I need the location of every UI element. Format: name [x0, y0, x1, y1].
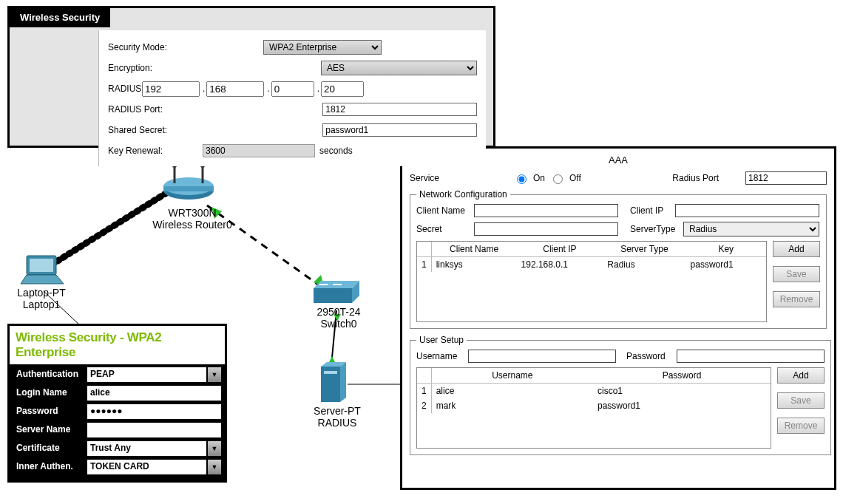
laptop-row-label: Certificate — [13, 440, 87, 457]
aaa-panel: AAA Service On Off Radius Port Network C… — [400, 146, 836, 490]
laptop-row-value[interactable]: PEAP — [87, 367, 207, 383]
laptop-row-2: Password●●●●●● — [13, 403, 222, 420]
radius-port-label: RADIUS Port: — [108, 104, 263, 115]
radius-port-label-2: Radius Port — [672, 173, 719, 183]
laptop-wireless-panel: Wireless Security - WPA2 Enterprise Auth… — [7, 324, 227, 483]
svg-rect-17 — [30, 259, 53, 272]
password-input[interactable] — [677, 350, 825, 363]
server-label: Server-PT RADIUS — [308, 405, 367, 429]
laptop-row-1: Login Namealice — [13, 385, 222, 401]
key-renewal-input[interactable] — [203, 144, 315, 157]
shared-secret-label: Shared Secret: — [108, 125, 263, 135]
network-config-legend: Network Configuration — [416, 189, 510, 200]
svg-marker-26 — [340, 362, 346, 402]
server-icon[interactable] — [318, 361, 349, 405]
laptop-row-label: Password — [13, 403, 87, 420]
servertype-label: ServerType — [630, 224, 679, 234]
service-label: Service — [410, 173, 445, 183]
switch-label: 2950T-24 Switch0 — [309, 306, 368, 330]
dropdown-icon[interactable] — [207, 440, 222, 457]
client-ip-input[interactable] — [675, 204, 819, 217]
laptop-row-label: Server Name — [13, 422, 87, 438]
laptop-row-label: Inner Authen. — [13, 459, 87, 475]
servertype-select[interactable]: Radius — [683, 222, 819, 236]
laptop-label: Laptop-PT Laptop1 — [12, 287, 71, 310]
router-icon[interactable] — [160, 161, 217, 202]
aaa-radius-port-input[interactable] — [745, 171, 827, 185]
laptop-row-value[interactable]: alice — [87, 385, 222, 401]
netconf-grid[interactable]: Client Name Client IP Server Type Key 1l… — [416, 241, 767, 322]
client-name-label: Client Name — [416, 205, 470, 216]
security-mode-label: Security Mode: — [108, 42, 263, 52]
svg-rect-20 — [314, 288, 352, 303]
radius-ip-4[interactable] — [321, 81, 364, 97]
user-remove-button[interactable]: Remove — [777, 418, 825, 434]
user-setup-legend: User Setup — [416, 335, 467, 345]
dropdown-icon[interactable] — [207, 367, 222, 383]
security-mode-select[interactable]: WPA2 Enterprise — [263, 40, 382, 55]
laptop-row-0: AuthenticationPEAP — [13, 367, 222, 383]
table-row[interactable]: 1alicecisco1 — [417, 384, 771, 399]
user-add-button[interactable]: Add — [777, 367, 825, 384]
laptop-row-4: CertificateTrust Any — [13, 440, 222, 457]
laptop-row-value[interactable]: TOKEN CARD — [87, 459, 207, 475]
username-input[interactable] — [468, 350, 616, 363]
radius-port-input[interactable] — [322, 103, 477, 116]
encryption-select[interactable]: AES — [321, 61, 477, 75]
client-name-input[interactable] — [474, 204, 618, 217]
wireless-security-tab[interactable]: Wireless Security — [10, 8, 110, 27]
netconf-remove-button[interactable]: Remove — [773, 291, 820, 307]
laptop-row-value[interactable]: ●●●●●● — [87, 403, 222, 420]
user-save-button[interactable]: Save — [777, 392, 825, 409]
password-label: Password — [626, 351, 672, 361]
service-on-label: On — [533, 173, 545, 183]
encryption-label: Encryption: — [108, 63, 261, 73]
laptop-row-label: Authentication — [13, 367, 87, 383]
laptop-row-label: Login Name — [13, 385, 87, 401]
laptop-row-3: Server Name — [13, 422, 222, 438]
shared-secret-input[interactable] — [322, 123, 477, 137]
radius-ip-3[interactable] — [271, 81, 314, 97]
table-row[interactable]: 1linksys192.168.0.1Radiuspassword1 — [417, 257, 766, 273]
username-label: Username — [416, 351, 464, 361]
secret-label: Secret — [416, 224, 470, 234]
netconf-save-button[interactable]: Save — [773, 266, 820, 282]
network-config-fieldset: Network Configuration Client Name Client… — [410, 189, 827, 329]
laptop-panel-title: Wireless Security - WPA2 Enterprise — [10, 326, 225, 364]
laptop-icon[interactable] — [18, 254, 67, 287]
svg-marker-18 — [21, 275, 64, 284]
router-label: WRT300N Wireless Router0 — [148, 207, 237, 231]
switch-icon[interactable] — [311, 279, 362, 307]
laptop-row-value[interactable]: Trust Any — [87, 440, 207, 457]
table-row[interactable]: 2markpassword1 — [417, 398, 771, 413]
radius-ip-2[interactable] — [206, 81, 264, 97]
service-on-radio[interactable] — [517, 174, 527, 184]
svg-rect-11 — [163, 186, 214, 191]
service-off-radio[interactable] — [553, 174, 563, 184]
laptop-row-value[interactable] — [87, 422, 222, 438]
laptop-row-5: Inner Authen.TOKEN CARD — [13, 459, 222, 475]
user-setup-fieldset: User Setup Username Password Username Pa… — [410, 335, 831, 455]
radius-ip-1[interactable] — [142, 81, 200, 97]
seconds-label: seconds — [319, 146, 353, 156]
dropdown-icon[interactable] — [207, 459, 222, 475]
secret-input[interactable] — [474, 222, 618, 236]
client-ip-label: Client IP — [630, 205, 671, 216]
netconf-add-button[interactable]: Add — [773, 241, 820, 257]
wireless-security-panel: Wireless Security Security Mode: WPA2 En… — [7, 6, 495, 148]
svg-rect-27 — [324, 371, 337, 374]
user-grid[interactable]: Username Password 1alicecisco12markpassw… — [416, 367, 771, 449]
service-off-label: Off — [569, 173, 581, 183]
